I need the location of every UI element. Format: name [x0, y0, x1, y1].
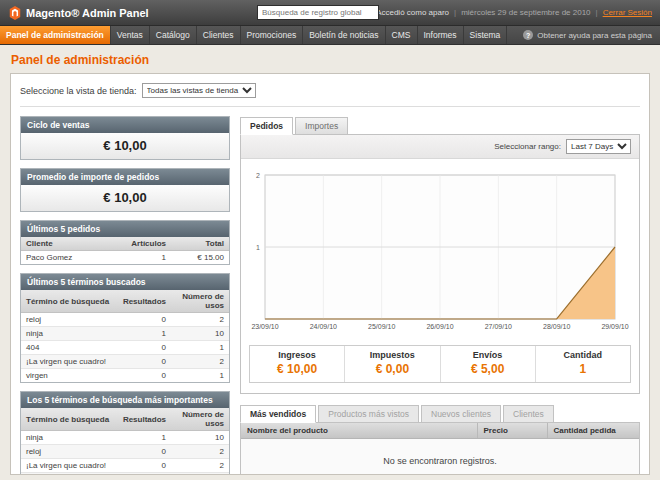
table-cell: 1 [118, 431, 171, 445]
total-value: € 5,00 [441, 362, 535, 376]
store-switcher: Seleccione la vista de tienda: Todas las… [20, 83, 640, 107]
tab-productos-m-s-vistos[interactable]: Productos más vistos [318, 405, 419, 423]
help-icon: ? [523, 30, 533, 40]
table-row[interactable]: ¡La virgen que cuadro!02 [21, 355, 229, 369]
nav-items: Panel de administraciónVentasCatálogoCli… [0, 26, 507, 44]
table-row[interactable]: ninja110 [21, 431, 229, 445]
tab-m-s-vendidos[interactable]: Más vendidos [240, 405, 316, 423]
column-header: Término de búsqueda [21, 408, 118, 431]
page-title: Panel de administración [0, 45, 660, 73]
panel-title: Ciclo de ventas [21, 117, 229, 133]
table-row[interactable]: reloj02 [21, 445, 229, 459]
table-row[interactable]: ninja110 [21, 327, 229, 341]
table-cell: ninja [21, 431, 118, 445]
right-column: PedidosImportes Seleccionar rango: Last … [240, 116, 640, 475]
column-header: Resultados [118, 290, 171, 313]
logged-in-text: Accedió como aparo [376, 8, 449, 17]
nav-item-sistema[interactable]: Sistema [464, 26, 508, 44]
nav-item-cms[interactable]: CMS [386, 26, 418, 44]
table-row[interactable]: ¡La virgen que cuadro!02 [21, 459, 229, 473]
panel-title: Últimos 5 pedidos [21, 221, 229, 237]
nav-item-promociones[interactable]: Promociones [241, 26, 304, 44]
nav-item-cat-logo[interactable]: Catálogo [150, 26, 197, 44]
nav-item-informes[interactable]: Informes [418, 26, 464, 44]
table-cell: 2 [171, 459, 229, 473]
column-header: Número de usos [171, 408, 229, 431]
table-cell: 1 [118, 327, 171, 341]
column-header: Resultados [118, 408, 171, 431]
svg-text:25/09/10: 25/09/10 [368, 323, 395, 330]
panel-title: Promedio de importe de pedidos [21, 169, 229, 185]
header-bar: Magento® Admin Panel Accedió como aparo … [0, 0, 660, 26]
svg-text:2: 2 [256, 172, 260, 179]
store-view-select[interactable]: Todas las vistas de tienda [142, 83, 256, 98]
range-label: Seleccionar rango: [494, 142, 561, 151]
products-box: Nombre del productoPrecioCantidad pedida… [240, 422, 640, 475]
table-cell: reloj [21, 313, 118, 327]
table-row[interactable]: virgen01 [21, 369, 229, 383]
orders-chart: 1223/09/1024/09/1025/09/1026/09/1027/09/… [245, 165, 635, 337]
table-row[interactable]: 40401 [21, 473, 229, 476]
tab-importes[interactable]: Importes [295, 117, 348, 135]
table-cell: 2 [171, 355, 229, 369]
products-tabs: Más vendidosProductos más vistosNuevos c… [240, 405, 640, 423]
nav-item-ventas[interactable]: Ventas [111, 26, 150, 44]
total-label: Ingresos [250, 350, 344, 360]
table-cell: 0 [118, 473, 171, 476]
table-row[interactable]: Paco Gomez1€ 15.00 [21, 251, 229, 265]
separator: | [454, 8, 456, 17]
nav-item-clientes[interactable]: Clientes [197, 26, 241, 44]
top-search-terms-panel: Los 5 términos de búsqueda más important… [20, 391, 230, 475]
logout-link[interactable]: Cerrar Sesión [603, 8, 652, 17]
lifetime-sales-value: € 10,00 [21, 133, 229, 159]
table-cell: 404 [21, 473, 118, 476]
table-cell: 0 [118, 459, 171, 473]
total-label: Impuestos [345, 350, 439, 360]
tab-clientes[interactable]: Clientes [503, 405, 554, 423]
table-cell: reloj [21, 445, 118, 459]
column-header: Nombre del producto [241, 423, 477, 439]
svg-text:26/09/10: 26/09/10 [426, 323, 453, 330]
page-help-link[interactable]: ? Obtener ayuda para esta página [523, 26, 660, 44]
average-orders-value: € 10,00 [21, 185, 229, 211]
total-value: 1 [536, 362, 630, 376]
table-cell: 10 [171, 431, 229, 445]
magento-logo-icon [8, 6, 22, 20]
orders-dashboard-box: Seleccionar rango: Last 7 Days 1223/09/1… [240, 134, 640, 394]
total-impuestos: Impuestos€ 0,00 [344, 346, 439, 382]
tab-pedidos[interactable]: Pedidos [240, 117, 293, 135]
range-select[interactable]: Last 7 Days [566, 139, 631, 154]
table-cell: Paco Gomez [21, 251, 126, 265]
average-orders-panel: Promedio de importe de pedidos € 10,00 [20, 168, 230, 212]
table-cell: € 15.00 [171, 251, 229, 265]
store-view-label: Seleccione la vista de tienda: [20, 86, 137, 96]
last-search-table: Término de búsquedaResultadosNúmero de u… [21, 290, 229, 382]
table-cell: 1 [126, 251, 171, 265]
chart-area: 1223/09/1024/09/1025/09/1026/09/1027/09/… [241, 159, 639, 339]
header-date: miércoles 29 de septiembre de 2010 [461, 8, 590, 17]
table-row[interactable]: 40401 [21, 341, 229, 355]
table-row[interactable]: reloj02 [21, 313, 229, 327]
empty-message: No se encontraron registros. [241, 439, 639, 475]
total-ingresos: Ingresos€ 10,00 [250, 346, 344, 382]
global-search-input[interactable] [257, 5, 379, 20]
table-cell: 0 [118, 313, 171, 327]
table-cell: 404 [21, 341, 118, 355]
column-header: Precio [477, 423, 547, 439]
nav-item-panel-de-administraci-n[interactable]: Panel de administración [0, 26, 111, 44]
table-cell: ¡La virgen que cuadro! [21, 459, 118, 473]
tab-nuevos-clientes[interactable]: Nuevos clientes [421, 405, 501, 423]
svg-text:28/09/10: 28/09/10 [543, 323, 570, 330]
dashboard-tabs: PedidosImportes [240, 117, 640, 135]
svg-text:23/09/10: 23/09/10 [251, 323, 278, 330]
nav-item-bolet-n-de-noticias[interactable]: Boletín de noticias [303, 26, 385, 44]
main-nav: Panel de administraciónVentasCatálogoCli… [0, 26, 660, 45]
table-cell: 0 [118, 369, 171, 383]
dashboard-columns: Ciclo de ventas € 10,00 Promedio de impo… [20, 116, 640, 475]
separator: | [596, 8, 598, 17]
last-orders-table: ClienteArtículosTotalPaco Gomez1€ 15.00 [21, 237, 229, 264]
total-value: € 10,00 [250, 362, 344, 376]
total-cantidad: Cantidad1 [535, 346, 630, 382]
total-env-os: Envíos€ 5,00 [440, 346, 535, 382]
table-cell: 1 [171, 473, 229, 476]
